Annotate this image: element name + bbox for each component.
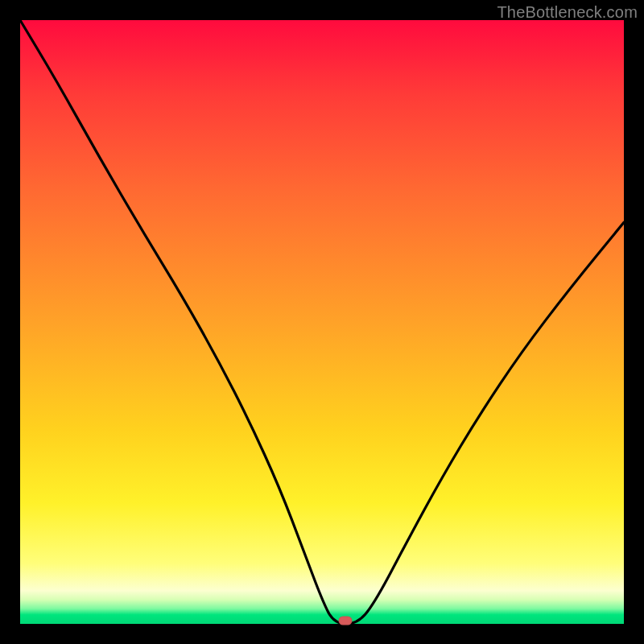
- optimal-point-marker: [338, 617, 352, 625]
- chart-frame: TheBottleneck.com: [0, 0, 644, 644]
- bottleneck-curve: [20, 20, 624, 624]
- watermark-text: TheBottleneck.com: [497, 3, 638, 22]
- plot-area: [20, 20, 624, 624]
